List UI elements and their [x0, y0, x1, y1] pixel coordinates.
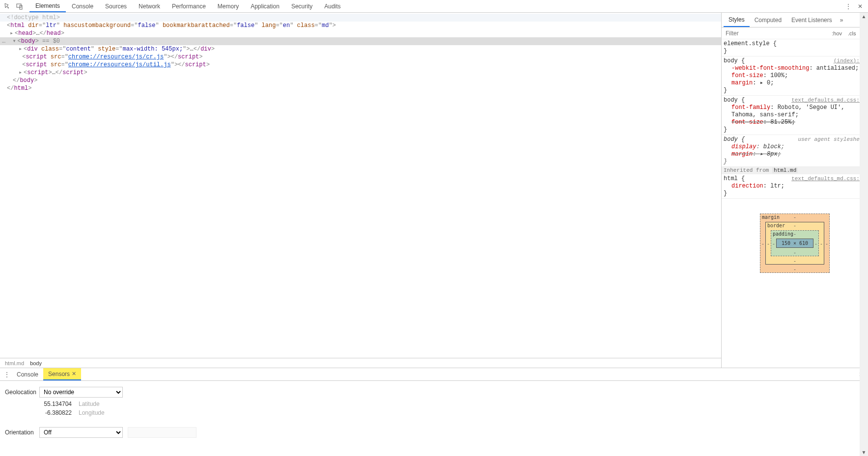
tab-event-listeners[interactable]: Event Listeners [786, 13, 837, 27]
latitude-label: Latitude [79, 401, 128, 407]
tab-audits[interactable]: Audits [318, 0, 346, 12]
devtools-toolbar: Elements Console Sources Network Perform… [0, 0, 868, 13]
tab-sources[interactable]: Sources [99, 0, 133, 12]
tab-network[interactable]: Network [133, 0, 166, 12]
tab-computed[interactable]: Computed [750, 13, 786, 27]
device-toggle-icon[interactable] [14, 0, 26, 12]
hov-toggle[interactable]: :hov [829, 30, 845, 36]
orientation-label: Orientation [5, 429, 39, 436]
dom-html[interactable]: <html dir="ltr" hascustombackground="fal… [0, 22, 721, 29]
dom-body-selected[interactable]: … ▾<body> == $0 [0, 37, 721, 45]
box-model-content: 150 × 610 [776, 239, 813, 248]
rule-html[interactable]: html {text_defaults_md.css:20 direction:… [722, 174, 868, 199]
breadcrumb: html.md body [0, 358, 721, 368]
box-model: margin ---- border ---- padding ---- 150… [722, 199, 868, 288]
tab-performance[interactable]: Performance [166, 0, 212, 12]
dom-doctype[interactable]: <!doctype html> [0, 14, 721, 22]
scroll-down-icon[interactable]: ▼ [862, 449, 867, 456]
rule-body-1[interactable]: body {(index):16 -webkit-font-smoothing:… [722, 56, 868, 96]
geolocation-select[interactable]: No override [39, 387, 123, 398]
cls-toggle[interactable]: .cls [845, 30, 859, 36]
breadcrumb-body[interactable]: body [27, 360, 45, 366]
styles-more-icon[interactable]: » [837, 17, 846, 24]
scrollbar[interactable]: ▲ ▼ [860, 13, 868, 456]
tab-application[interactable]: Application [245, 0, 285, 12]
drawer: ⋮ Console Sensors✕ ✕ Geolocation No over… [0, 368, 868, 456]
longitude-label: Longitude [79, 409, 128, 416]
orientation-select[interactable]: Off [39, 427, 123, 438]
elements-pane: <!doctype html> <html dir="ltr" hascusto… [0, 13, 722, 368]
drawer-menu-icon[interactable]: ⋮ [2, 371, 12, 378]
rule-body-ua[interactable]: body {user agent stylesheet display: blo… [722, 135, 868, 167]
tab-security[interactable]: Security [285, 0, 318, 12]
drawer-tab-console[interactable]: Console [12, 368, 43, 380]
close-icon[interactable]: ✕ [854, 0, 866, 12]
rule-element-style[interactable]: element.style { } [722, 39, 868, 56]
close-icon[interactable]: ✕ [72, 371, 76, 377]
dom-html-close[interactable]: </html> [0, 84, 721, 92]
drawer-tabs: ⋮ Console Sensors✕ ✕ [0, 368, 868, 381]
styles-filter-input[interactable] [722, 30, 829, 37]
orientation-preview [128, 427, 196, 438]
dom-tree[interactable]: <!doctype html> <html dir="ltr" hascusto… [0, 13, 721, 358]
dom-script2[interactable]: <script src="chrome://resources/js/util.… [0, 61, 721, 69]
breadcrumb-html[interactable]: html.md [2, 360, 27, 366]
tab-console[interactable]: Console [66, 0, 99, 12]
inherited-from-bar: Inherited from html.md [722, 167, 868, 174]
dom-body-close[interactable]: </body> [0, 77, 721, 84]
styles-pane: Styles Computed Event Listeners » :hov .… [722, 13, 868, 368]
rule-body-2[interactable]: body {text_defaults_md.css:24 font-famil… [722, 96, 868, 135]
more-icon[interactable]: ⋮ [842, 0, 854, 12]
sensors-panel: Geolocation No override 55.134704 Latitu… [0, 381, 868, 456]
dom-div-content[interactable]: ▸<div class="content" style="max-width: … [0, 45, 721, 53]
latitude-value[interactable]: 55.134704 [5, 401, 79, 407]
longitude-value[interactable]: -6.380822 [5, 409, 79, 416]
styles-tabs: Styles Computed Event Listeners » [722, 13, 868, 27]
inspect-element-icon[interactable] [2, 0, 14, 12]
main-tabs: Elements Console Sources Network Perform… [29, 0, 842, 12]
tab-memory[interactable]: Memory [212, 0, 245, 12]
selected-marker: == $0 [42, 38, 60, 45]
dom-script3[interactable]: ▸<script>…</script> [0, 69, 721, 77]
dom-script1[interactable]: <script src="chrome://resources/js/cr.js… [0, 53, 721, 61]
tab-elements[interactable]: Elements [29, 0, 66, 12]
geolocation-label: Geolocation [5, 389, 39, 396]
tab-styles[interactable]: Styles [724, 13, 750, 27]
scroll-up-icon[interactable]: ▲ [862, 13, 867, 20]
style-rules[interactable]: element.style { } body {(index):16 -webk… [722, 39, 868, 368]
drawer-tab-sensors[interactable]: Sensors✕ [43, 368, 81, 380]
styles-filter-row: :hov .cls + [722, 27, 868, 39]
dom-head[interactable]: ▸<head>…</head> [0, 29, 721, 37]
